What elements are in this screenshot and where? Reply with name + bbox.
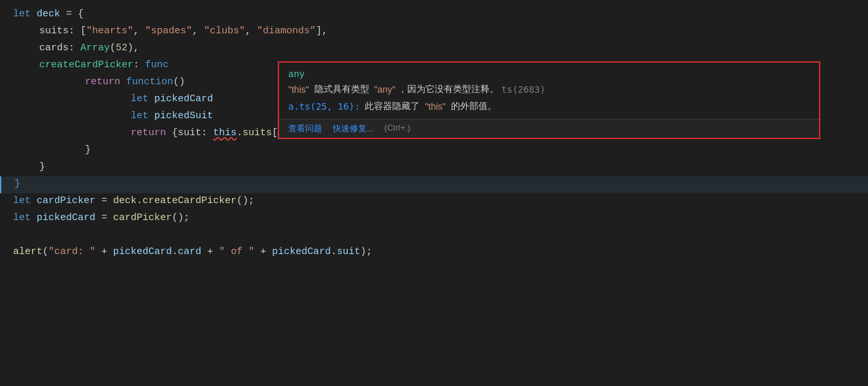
code-line-13: let pickedCard = cardPicker(); xyxy=(0,210,868,227)
code-line-12: let cardPicker = deck.createCardPicker()… xyxy=(0,193,868,210)
tooltip-sub-message: a.ts(25, 16): 此容器隐藏了 "this" 的外部值。 xyxy=(288,101,810,112)
code-line-9: } xyxy=(0,142,868,159)
code-line-14 xyxy=(0,227,868,244)
code-line-10: } xyxy=(0,159,868,176)
error-tooltip-popup: any "this" 隐式具有类型 "any" ，因为它没有类型注释。 ts(2… xyxy=(278,61,820,139)
code-line-11: } xyxy=(0,176,868,193)
code-line-15: alert("card: " + pickedCard.card + " of … xyxy=(0,244,868,261)
tooltip-main-message: "this" 隐式具有类型 "any" ，因为它没有类型注释。 ts(2683) xyxy=(288,84,810,95)
tooltip-actions-bar: 查看问题 快速修复... (Ctrl+.) xyxy=(279,119,819,138)
tooltip-file-link[interactable]: a.ts(25, 16): xyxy=(288,101,360,112)
tooltip-ts-code: ts(2683) xyxy=(501,84,545,95)
code-line-2: suits: ["hearts", "spades", "clubs", "di… xyxy=(0,24,868,40)
quick-fix-button[interactable]: 快速修复... xyxy=(333,123,374,135)
tooltip-type-label: any xyxy=(288,69,810,80)
code-line-1: let deck = { xyxy=(0,7,868,24)
code-line-3: cards: Array(52), xyxy=(0,40,868,57)
keyword-let: let xyxy=(13,7,37,22)
view-problem-button[interactable]: 查看问题 xyxy=(288,123,322,135)
quick-fix-shortcut: (Ctrl+.) xyxy=(384,123,410,135)
